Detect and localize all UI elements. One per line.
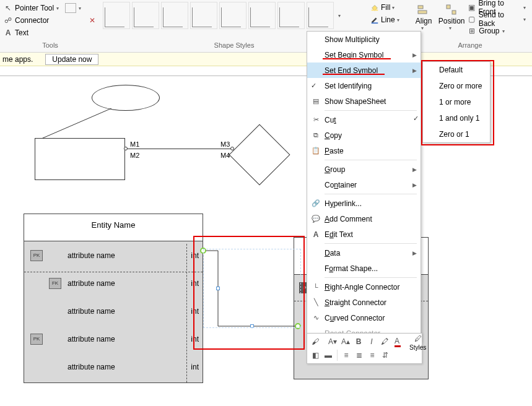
multiplicity-label: M1 xyxy=(130,140,139,148)
rectangle-shape[interactable] xyxy=(35,138,125,180)
menu-group[interactable]: Group▶ xyxy=(307,162,421,177)
menu-cut[interactable]: ✂Cut xyxy=(307,112,421,127)
annotation-underline xyxy=(323,58,391,59)
italic-button[interactable]: I xyxy=(366,336,377,347)
fill-color-button[interactable]: ◧ xyxy=(310,350,321,361)
chevron-down-icon[interactable]: ▾ xyxy=(56,6,61,11)
shape-style-gallery[interactable]: ▾ xyxy=(103,2,365,29)
menu-label: Container xyxy=(325,181,357,189)
connector-endpoint[interactable] xyxy=(124,147,128,150)
menu-set-end-symbol[interactable]: Set End Symbol ▶ xyxy=(307,63,421,78)
check-icon: ✓ xyxy=(311,82,316,90)
entity-row[interactable]: PK attribute name int xyxy=(24,325,203,353)
hyperlink-icon: 🔗 xyxy=(311,199,321,209)
font-dec-button[interactable]: A▾ xyxy=(327,336,338,347)
styles-icon: 🖊 xyxy=(412,333,424,344)
menu-show-shapesheet[interactable]: ▤Show ShapeSheet xyxy=(307,93,421,109)
styles-button[interactable]: 🖊 Styles xyxy=(409,333,426,351)
gallery-expand-icon[interactable]: ▾ xyxy=(336,13,343,19)
chevron-down-icon[interactable]: ▾ xyxy=(392,5,397,11)
shape-style-option[interactable] xyxy=(248,2,276,29)
line-button[interactable]: Line ▾ xyxy=(370,14,406,25)
menu-add-comment[interactable]: 💬Add Comment xyxy=(307,211,421,227)
entity-row[interactable]: PK attribute name int xyxy=(24,241,203,269)
menu-format-shape[interactable]: Format Shape... xyxy=(307,261,421,276)
pointer-tool-button[interactable]: ↖ Pointer Tool ▾ ▾ xyxy=(2,2,98,14)
menu-data[interactable]: Data▶ xyxy=(307,245,421,261)
menu-paste[interactable]: 📋Paste xyxy=(307,143,421,158)
connector-endpoint[interactable] xyxy=(230,147,234,150)
align-left-button[interactable]: ≡ xyxy=(341,350,352,361)
menu-curved-connector[interactable]: ∿Curved Connector xyxy=(307,310,421,326)
menu-straight-connector[interactable]: ╲Straight Connector xyxy=(307,295,421,310)
chevron-down-icon[interactable]: ▾ xyxy=(397,17,402,23)
shape-style-option[interactable] xyxy=(307,2,334,29)
fill-button[interactable]: Fill ▾ xyxy=(370,2,406,13)
right-angle-icon: └ xyxy=(311,282,321,292)
align-middle-button[interactable]: ⇵ xyxy=(380,350,391,361)
send-to-back-button[interactable]: ▢ Send to Back ▾ xyxy=(466,14,530,25)
menu-copy[interactable]: ⧉Copy xyxy=(307,127,421,143)
chevron-down-icon[interactable]: ▾ xyxy=(502,28,507,34)
diamond-shape[interactable] xyxy=(229,124,290,186)
align-center-button[interactable]: ≣ xyxy=(354,350,365,361)
notification-text: me apps. xyxy=(2,55,33,64)
shape-style-option[interactable] xyxy=(190,2,217,29)
text-icon: A xyxy=(311,230,321,240)
relation-connector[interactable] xyxy=(125,149,233,149)
menu-label: Default xyxy=(439,66,463,74)
menu-edit-text[interactable]: AEdit Text xyxy=(307,227,421,242)
shape-style-option[interactable] xyxy=(161,2,188,29)
menu-right-angle-connector[interactable]: └Right-Angle Connector xyxy=(307,279,421,295)
pointer-icon: ↖ xyxy=(4,4,12,12)
update-now-button[interactable]: Update now xyxy=(45,54,98,65)
submenu-arrow-icon: ▶ xyxy=(412,67,417,74)
font-inc-button[interactable]: A▴ xyxy=(340,336,351,347)
entity-table[interactable]: Entity Name PK attribute name int FK att… xyxy=(24,214,203,383)
entity-row[interactable]: attribute name int xyxy=(24,353,203,381)
entity-row[interactable]: FK attribute name int xyxy=(24,269,203,297)
submenu-default[interactable]: Default xyxy=(423,62,490,78)
submenu-zero-or-one[interactable]: Zero or 1 xyxy=(423,126,490,142)
menu-label: Copy xyxy=(325,131,342,140)
entity-row[interactable]: attribute name int xyxy=(24,297,203,325)
submenu-one-and-only-one[interactable]: ✓ 1 and only 1 xyxy=(423,110,490,126)
menu-label: Set Identifying xyxy=(325,82,372,90)
line-pen-icon xyxy=(370,15,379,24)
submenu-zero-or-more[interactable]: Zero or more xyxy=(423,78,490,94)
bold-button[interactable]: B xyxy=(353,336,364,347)
menu-set-identifying[interactable]: ✓ Set Identifying xyxy=(307,78,421,93)
menu-show-multiplicity[interactable]: Show Multiplicity xyxy=(307,32,421,47)
connector-tool-button[interactable]: ☍ Connector ✕ xyxy=(2,14,98,27)
chevron-down-icon[interactable]: ▾ xyxy=(523,5,528,11)
menu-label: Zero or 1 xyxy=(439,130,469,139)
chevron-down-icon[interactable]: ▾ xyxy=(79,6,84,11)
chevron-down-icon[interactable]: ▾ xyxy=(523,17,528,22)
submenu-arrow-icon: ▶ xyxy=(412,166,417,173)
menu-set-begin-symbol[interactable]: Set Begin Symbol ▶ xyxy=(307,47,421,63)
submenu-arrow-icon: ▶ xyxy=(412,250,417,256)
ellipse-shape[interactable] xyxy=(92,85,160,111)
fill-swatch[interactable] xyxy=(65,3,76,13)
menu-container[interactable]: Container▶ xyxy=(307,177,421,192)
line-color-button[interactable]: ▬ xyxy=(323,350,334,361)
shape-style-option[interactable] xyxy=(219,2,246,29)
format-painter-icon[interactable]: 🖌 xyxy=(310,336,321,347)
position-button[interactable]: Position ▾ xyxy=(438,2,465,37)
text-tool-button[interactable]: A Text xyxy=(2,27,98,39)
shape-style-option[interactable] xyxy=(103,2,130,29)
align-right-button[interactable]: ≡ xyxy=(367,350,378,361)
group-icon: ⊞ xyxy=(468,27,476,35)
submenu-one-or-more[interactable]: 1 or more xyxy=(423,94,490,110)
shapesheet-icon: ▤ xyxy=(311,97,321,106)
menu-label: Format Shape... xyxy=(325,264,378,273)
menu-label: Zero or more xyxy=(439,82,482,90)
highlight-button[interactable]: 🖍 xyxy=(379,336,390,347)
shape-style-option[interactable] xyxy=(277,2,305,29)
group-button[interactable]: ⊞ Group ▾ xyxy=(466,25,530,37)
x-icon[interactable]: ✕ xyxy=(88,16,97,25)
font-color-button[interactable]: A xyxy=(392,336,403,347)
menu-hyperlink[interactable]: 🔗Hyperlink... xyxy=(307,196,421,211)
menu-label: 1 or more xyxy=(439,98,471,106)
shape-style-option[interactable] xyxy=(132,2,159,29)
